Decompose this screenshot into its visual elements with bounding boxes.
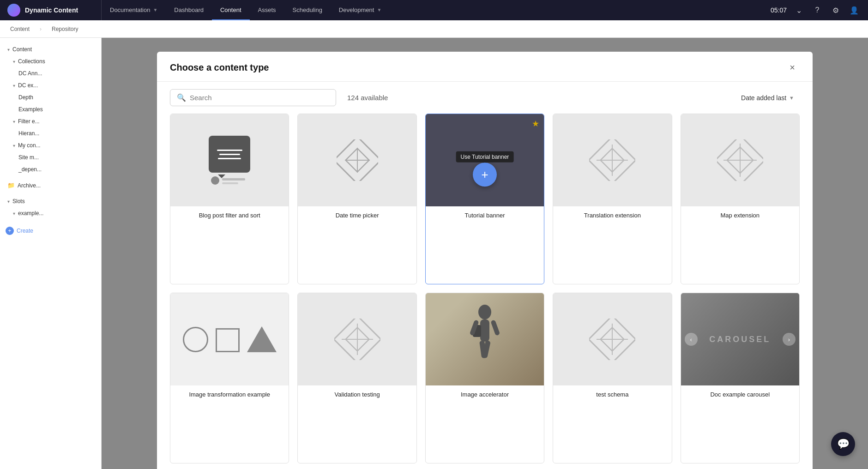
card-test-schema[interactable]: test schema — [553, 293, 672, 463]
carousel-prev-button[interactable]: ‹ — [685, 333, 698, 346]
line — [217, 150, 242, 151]
tab-scheduling[interactable]: Scheduling — [284, 0, 331, 20]
card-image-transformation[interactable]: Image transformation example — [170, 293, 289, 463]
modal-title: Choose a content type — [170, 62, 269, 73]
breadcrumb-separator: › — [40, 26, 42, 32]
carousel-next-button[interactable]: › — [783, 333, 796, 346]
tab-development[interactable]: Development ▼ — [331, 0, 390, 20]
sidebar-item-slots[interactable]: ▾ Slots — [0, 195, 101, 207]
card-validation-testing[interactable]: Validation testing — [297, 293, 416, 463]
app-name: Dynamic Content — [25, 6, 78, 14]
card-map-extension[interactable]: Map extension — [681, 114, 800, 284]
blog-avatar-row — [211, 176, 248, 185]
topnav-right: 05:07 ⌄ ? ⚙ 👤 — [763, 4, 868, 17]
nav-tabs: Documentation ▼ Dashboard Content Assets… — [102, 0, 763, 20]
main-content: Choose a content type × 🔍 124 available … — [102, 38, 868, 469]
chat-support-button[interactable]: 💬 — [831, 432, 855, 456]
sidebar: ▾ Content ▾ Collections DC Ann... ▾ DC e… — [0, 38, 102, 469]
tab-documentation[interactable]: Documentation ▼ — [102, 0, 166, 20]
sidebar-section-archive: 📁 Archive... — [0, 177, 101, 193]
card-label-image-accel: Image accelerator — [426, 385, 544, 403]
search-icon: 🔍 — [177, 93, 186, 102]
card-preview-tutorial: ★ Use Tutorial banner + — [426, 114, 544, 206]
sidebar-item-dc-ann[interactable]: DC Ann... — [0, 67, 101, 79]
sidebar-item-collections[interactable]: ▾ Collections — [0, 55, 101, 67]
sidebar-item-examples[interactable]: Examples — [0, 103, 101, 115]
sidebar-item-archive[interactable]: 📁 Archive... — [0, 179, 101, 192]
card-preview-date-time — [298, 114, 416, 206]
sidebar-item-dc-ex[interactable]: ▾ DC ex... — [0, 79, 101, 91]
sidebar-item-filter[interactable]: ▾ Filter e... — [0, 115, 101, 127]
sidebar-item-depth[interactable]: Depth — [0, 91, 101, 103]
sidebar-item-hieran[interactable]: Hieran... — [0, 127, 101, 139]
card-label-map: Map extension — [681, 206, 799, 224]
subnav-repository[interactable]: Repository — [49, 24, 81, 34]
walking-figure-icon — [462, 304, 508, 375]
clock-display: 05:07 — [771, 6, 787, 14]
circle-shape — [183, 327, 208, 352]
search-input[interactable] — [190, 94, 329, 102]
tab-dashboard[interactable]: Dashboard — [166, 0, 212, 20]
user-icon[interactable]: 👤 — [848, 4, 861, 17]
card-doc-example-carousel[interactable]: ‹ CAROUSEL › Doc example carousel — [681, 293, 800, 463]
help-icon[interactable]: ? — [811, 4, 824, 17]
modal-toolbar: 🔍 124 available Date added last ▼ — [157, 82, 813, 114]
translation-icon — [589, 139, 635, 181]
line — [219, 154, 240, 155]
sidebar-item-content[interactable]: ▾ Content — [0, 43, 101, 55]
settings-icon[interactable]: ⚙ — [829, 4, 842, 17]
card-preview-image-accel — [426, 293, 544, 385]
modal-header: Choose a content type × — [157, 52, 813, 82]
card-blog-post-filter[interactable]: Blog post filter and sort — [170, 114, 289, 284]
card-image-accelerator[interactable]: Image accelerator — [425, 293, 544, 463]
square-shape — [216, 328, 240, 352]
svg-rect-20 — [480, 319, 489, 342]
test-schema-icon — [589, 319, 635, 360]
expand-icon[interactable]: ⌄ — [792, 4, 805, 17]
tab-content[interactable]: Content — [212, 0, 250, 20]
card-preview-validation — [298, 293, 416, 385]
card-preview-blog-post — [170, 114, 289, 206]
chevron-down-icon: ▼ — [789, 95, 794, 101]
svg-point-19 — [478, 305, 491, 319]
card-label-tutorial: Tutorial banner — [426, 206, 544, 224]
sidebar-item-site-m[interactable]: Site m... — [0, 151, 101, 163]
sort-label: Date added last — [741, 94, 786, 102]
main-layout: ▾ Content ▾ Collections DC Ann... ▾ DC e… — [0, 38, 868, 469]
card-date-time-picker[interactable]: Date time picker — [297, 114, 416, 284]
shapes-icon — [183, 326, 277, 352]
folder-icon: 📁 — [7, 182, 15, 189]
card-label-blog-post: Blog post filter and sort — [170, 206, 289, 224]
date-time-picker-icon — [337, 139, 378, 181]
sidebar-item-example-slots[interactable]: ▾ example... — [0, 207, 101, 219]
card-tutorial-banner[interactable]: ★ Use Tutorial banner + Tutorial banner — [425, 114, 544, 284]
chevron-down-icon: ▼ — [377, 7, 381, 12]
arrow-icon: ▾ — [7, 199, 10, 204]
tab-assets[interactable]: Assets — [250, 0, 284, 20]
card-label-date-time: Date time picker — [298, 206, 416, 224]
sub-navigation: Content › Repository — [0, 20, 868, 38]
modal-close-button[interactable]: × — [785, 60, 800, 75]
sidebar-footer: + Create — [0, 221, 101, 241]
svg-rect-1 — [222, 178, 245, 180]
top-navigation: Dynamic Content Documentation ▼ Dashboar… — [0, 0, 868, 20]
arrow-icon: ▾ — [13, 59, 15, 64]
arrow-icon: ▾ — [13, 143, 15, 148]
card-translation-extension[interactable]: Translation extension — [553, 114, 672, 284]
card-preview-map — [681, 114, 799, 206]
sidebar-item-my-con[interactable]: ▾ My con... — [0, 139, 101, 151]
map-icon — [717, 139, 763, 181]
use-content-type-button[interactable]: + — [473, 162, 497, 186]
card-preview-shapes — [170, 293, 289, 385]
sort-button[interactable]: Date added last ▼ — [735, 90, 800, 105]
validation-icon — [334, 319, 380, 360]
subnav-content[interactable]: Content — [7, 24, 32, 34]
chevron-down-icon: ▼ — [153, 7, 157, 12]
add-icon: + — [6, 227, 14, 235]
card-preview-test-schema — [553, 293, 671, 385]
sidebar-item-depend[interactable]: _depen... — [0, 163, 101, 175]
triangle-shape — [247, 326, 277, 352]
card-label-test-schema: test schema — [553, 385, 671, 403]
create-button[interactable]: + Create — [6, 225, 96, 237]
logo-icon — [7, 4, 20, 17]
